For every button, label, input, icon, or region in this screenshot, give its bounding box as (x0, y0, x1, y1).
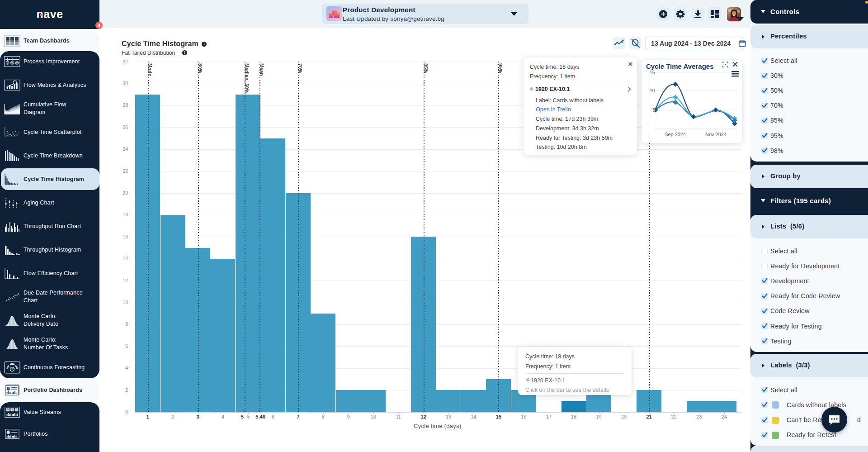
svg-text:✓: ✓ (16, 409, 18, 411)
svg-text:KPI: KPI (7, 409, 10, 411)
svg-text:S: S (12, 409, 13, 411)
